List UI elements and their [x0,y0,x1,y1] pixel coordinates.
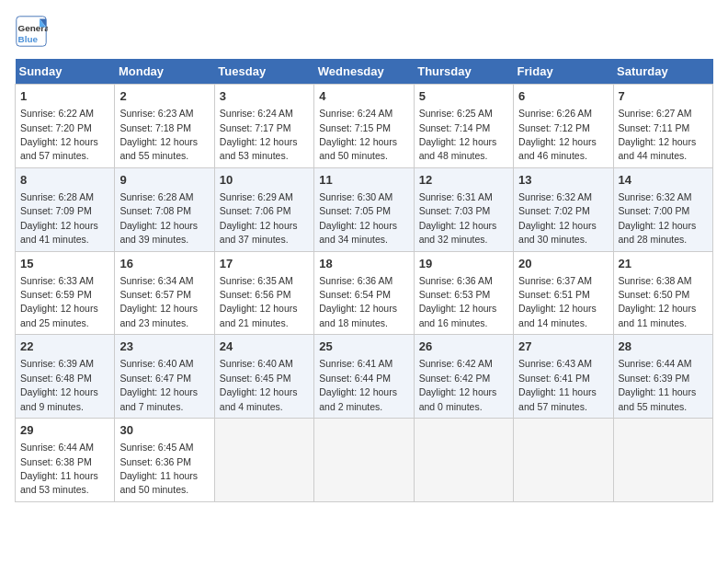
day-number: 23 [119,339,209,355]
daylight-info: Daylight: 12 hours and 2 minutes. [319,386,397,411]
sunrise-info: Sunrise: 6:23 AM [119,108,193,119]
sunrise-info: Sunrise: 6:34 AM [119,275,193,286]
day-number: 13 [518,172,608,189]
sunrise-info: Sunrise: 6:45 AM [119,442,193,453]
daylight-info: Daylight: 11 hours and 55 minutes. [619,386,697,411]
daylight-info: Daylight: 12 hours and 0 minutes. [419,386,497,411]
day-number: 10 [220,172,309,189]
table-row: 11Sunrise: 6:30 AMSunset: 7:05 PMDayligh… [314,167,414,251]
table-row [314,419,414,502]
daylight-info: Daylight: 12 hours and 16 minutes. [419,303,497,327]
daylight-info: Daylight: 12 hours and 25 minutes. [20,303,98,327]
daylight-info: Daylight: 12 hours and 46 minutes. [518,136,597,161]
sunset-info: Sunset: 6:47 PM [119,373,191,384]
sunset-info: Sunset: 7:17 PM [220,122,291,133]
sunset-info: Sunset: 6:42 PM [419,373,491,384]
sunrise-info: Sunrise: 6:32 AM [518,191,592,202]
daylight-info: Daylight: 11 hours and 50 minutes. [119,470,198,495]
sunrise-info: Sunrise: 6:38 AM [619,275,692,286]
table-row: 19Sunrise: 6:36 AMSunset: 6:53 PMDayligh… [414,251,513,335]
sunrise-info: Sunrise: 6:40 AM [119,358,193,369]
sunrise-info: Sunrise: 6:28 AM [119,191,193,202]
sunset-info: Sunset: 7:14 PM [419,122,491,133]
sunrise-info: Sunrise: 6:22 AM [20,108,94,119]
table-row: 8Sunrise: 6:28 AMSunset: 7:09 PMDaylight… [16,167,115,251]
col-friday: Friday [514,59,613,85]
sunset-info: Sunset: 7:11 PM [619,122,690,133]
daylight-info: Daylight: 12 hours and 18 minutes. [319,303,397,327]
table-row: 29Sunrise: 6:44 AMSunset: 6:38 PMDayligh… [16,419,115,502]
daylight-info: Daylight: 12 hours and 30 minutes. [518,220,597,245]
table-row: 22Sunrise: 6:39 AMSunset: 6:48 PMDayligh… [16,335,115,419]
day-number: 20 [518,256,608,272]
sunrise-info: Sunrise: 6:35 AM [220,275,293,286]
table-row: 7Sunrise: 6:27 AMSunset: 7:11 PMDaylight… [613,85,712,168]
day-number: 25 [319,339,408,355]
sunrise-info: Sunrise: 6:44 AM [20,442,94,453]
col-wednesday: Wednesday [314,59,414,85]
svg-text:Blue: Blue [18,34,39,44]
day-number: 24 [220,339,309,355]
day-number: 5 [419,88,508,105]
sunrise-info: Sunrise: 6:24 AM [220,108,293,119]
col-monday: Monday [115,59,214,85]
day-number: 12 [419,172,508,189]
col-thursday: Thursday [414,59,513,85]
sunset-info: Sunset: 6:45 PM [220,373,291,384]
sunset-info: Sunset: 6:54 PM [319,289,391,300]
day-number: 11 [319,172,408,189]
day-number: 18 [319,256,408,272]
sunset-info: Sunset: 6:38 PM [20,456,92,467]
col-sunday: Sunday [16,59,115,85]
table-row: 6Sunrise: 6:26 AMSunset: 7:12 PMDaylight… [514,85,613,168]
table-row: 14Sunrise: 6:32 AMSunset: 7:00 PMDayligh… [613,167,712,251]
sunset-info: Sunset: 7:15 PM [319,122,391,133]
daylight-info: Daylight: 11 hours and 53 minutes. [20,470,98,495]
day-number: 4 [319,88,408,105]
day-number: 9 [119,172,209,189]
table-row: 30Sunrise: 6:45 AMSunset: 6:36 PMDayligh… [115,419,214,502]
table-row: 9Sunrise: 6:28 AMSunset: 7:08 PMDaylight… [115,167,214,251]
table-row: 27Sunrise: 6:43 AMSunset: 6:41 PMDayligh… [514,335,613,419]
sunrise-info: Sunrise: 6:29 AM [220,191,293,202]
sunrise-info: Sunrise: 6:44 AM [619,358,692,369]
sunset-info: Sunset: 6:41 PM [518,373,590,384]
sunrise-info: Sunrise: 6:42 AM [419,358,493,369]
day-number: 29 [20,422,109,439]
daylight-info: Daylight: 12 hours and 48 minutes. [419,136,497,161]
table-row: 20Sunrise: 6:37 AMSunset: 6:51 PMDayligh… [514,251,613,335]
table-row: 18Sunrise: 6:36 AMSunset: 6:54 PMDayligh… [314,251,414,335]
logo: General Blue [15,15,51,48]
daylight-info: Daylight: 12 hours and 21 minutes. [220,303,298,327]
sunrise-info: Sunrise: 6:28 AM [20,191,94,202]
daylight-info: Daylight: 12 hours and 44 minutes. [619,136,697,161]
table-row: 23Sunrise: 6:40 AMSunset: 6:47 PMDayligh… [115,335,214,419]
daylight-info: Daylight: 12 hours and 7 minutes. [119,386,198,411]
sunset-info: Sunset: 6:57 PM [119,289,191,300]
day-number: 6 [518,88,608,105]
sunrise-info: Sunrise: 6:31 AM [419,191,493,202]
table-row: 16Sunrise: 6:34 AMSunset: 6:57 PMDayligh… [115,251,214,335]
day-number: 2 [119,88,209,105]
table-row [514,419,613,502]
table-row: 21Sunrise: 6:38 AMSunset: 6:50 PMDayligh… [613,251,712,335]
page-header: General Blue [15,15,713,48]
sunset-info: Sunset: 6:56 PM [220,289,291,300]
day-number: 21 [619,256,708,272]
day-number: 27 [518,339,608,355]
sunset-info: Sunset: 7:09 PM [20,205,92,216]
sunrise-info: Sunrise: 6:30 AM [319,191,392,202]
sunrise-info: Sunrise: 6:36 AM [319,275,392,286]
sunset-info: Sunset: 6:51 PM [518,289,590,300]
sunset-info: Sunset: 7:00 PM [619,205,690,216]
daylight-info: Daylight: 12 hours and 28 minutes. [619,220,697,245]
daylight-info: Daylight: 12 hours and 53 minutes. [220,136,298,161]
sunset-info: Sunset: 7:02 PM [518,205,590,216]
daylight-info: Daylight: 12 hours and 14 minutes. [518,303,597,327]
day-number: 28 [619,339,708,355]
sunset-info: Sunset: 6:50 PM [619,289,690,300]
day-number: 3 [220,88,309,105]
daylight-info: Daylight: 12 hours and 57 minutes. [20,136,98,161]
sunset-info: Sunset: 7:18 PM [119,122,191,133]
daylight-info: Daylight: 12 hours and 4 minutes. [220,386,298,411]
